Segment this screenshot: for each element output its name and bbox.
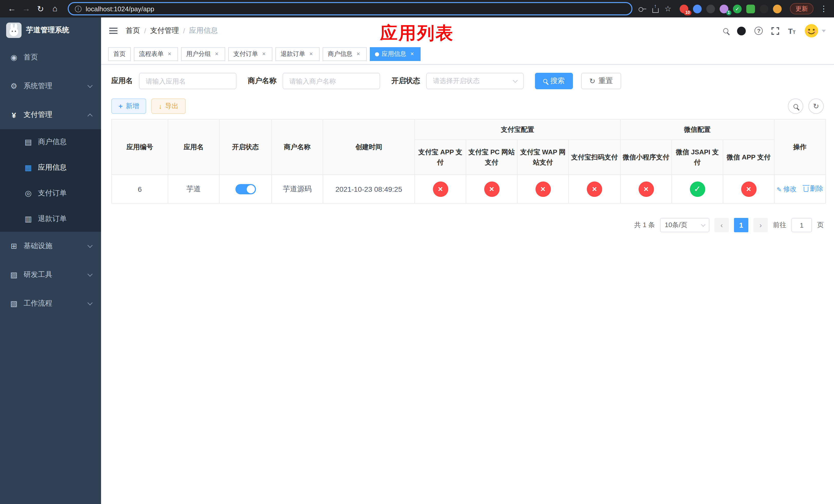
sidebar-item-label: 研发工具 bbox=[24, 270, 52, 279]
breadcrumb-payment[interactable]: 支付管理 bbox=[150, 26, 179, 36]
app-table: 应用编号 应用名 开启状态 商户名称 创建时间 支付宝配置 微信配置 操作 支付… bbox=[111, 119, 826, 204]
refresh-table-button[interactable] bbox=[808, 98, 824, 114]
app-name-label: 应用名 bbox=[111, 76, 133, 86]
sidebar-item-label: 工作流程 bbox=[24, 299, 52, 308]
col-header-alipay-pc: 支付宝 PC 网站支付 bbox=[466, 140, 517, 175]
extension-icon-8[interactable] bbox=[773, 4, 782, 13]
filter-form: 应用名 商户名称 开启状态 请选择开启状态 bbox=[111, 73, 824, 89]
tab-user-group[interactable]: 用户分组 bbox=[181, 47, 225, 61]
close-icon[interactable] bbox=[261, 51, 267, 58]
cell-alipay-pc bbox=[466, 175, 517, 203]
extension-icon-1[interactable]: 10 bbox=[680, 4, 688, 13]
tab-app-info[interactable]: 应用信息 bbox=[370, 47, 421, 61]
tab-home[interactable]: 首页 bbox=[108, 47, 131, 61]
breadcrumb-home[interactable]: 首页 bbox=[126, 26, 140, 36]
extension-icon-3[interactable] bbox=[706, 4, 715, 13]
cell-alipay-app bbox=[415, 175, 466, 203]
font-size-icon[interactable] bbox=[788, 26, 795, 35]
extensions-row: 10 1 ✓ bbox=[680, 4, 782, 13]
toggle-search-button[interactable] bbox=[788, 98, 803, 114]
sidebar-collapse-icon[interactable] bbox=[109, 30, 117, 31]
extension-icon-7[interactable] bbox=[760, 4, 768, 13]
goto-page-input[interactable] bbox=[791, 218, 812, 232]
search-icon bbox=[793, 104, 798, 109]
chevron-down-icon bbox=[87, 300, 93, 305]
extension-icon-5[interactable]: ✓ bbox=[733, 4, 742, 13]
bookmark-star-icon[interactable] bbox=[664, 4, 672, 13]
address-bar[interactable]: localhost:1024/pay/app bbox=[68, 2, 632, 15]
sidebar-item-payment[interactable]: 支付管理 bbox=[0, 100, 101, 129]
status-label: 开启状态 bbox=[391, 76, 420, 86]
reset-button[interactable]: 重置 bbox=[581, 73, 621, 89]
delete-link[interactable]: 删除 bbox=[804, 184, 823, 193]
search-icon bbox=[543, 79, 547, 83]
tab-merchant-info[interactable]: 商户信息 bbox=[323, 47, 367, 61]
prev-page-button[interactable]: ‹ bbox=[715, 218, 729, 232]
breadcrumb: 首页 支付管理 应用信息 bbox=[126, 26, 218, 36]
page-size-select[interactable]: 10条/页 bbox=[660, 218, 709, 232]
tab-refund-order[interactable]: 退款订单 bbox=[276, 47, 320, 61]
page-number-button[interactable]: 1 bbox=[734, 218, 748, 232]
next-page-button[interactable]: › bbox=[753, 218, 768, 232]
close-icon[interactable] bbox=[308, 51, 314, 58]
help-icon[interactable] bbox=[755, 27, 763, 35]
close-icon[interactable] bbox=[355, 51, 361, 58]
status-select[interactable]: 请选择开启状态 bbox=[426, 73, 524, 89]
sidebar-logo[interactable]: 芋道管理系统 bbox=[0, 18, 101, 43]
user-avatar[interactable] bbox=[804, 24, 826, 38]
close-icon[interactable] bbox=[166, 51, 173, 58]
edit-link[interactable]: 修改 bbox=[776, 185, 796, 194]
browser-home-icon[interactable] bbox=[48, 2, 62, 15]
close-icon[interactable] bbox=[409, 51, 415, 58]
export-button[interactable]: 导出 bbox=[151, 98, 185, 114]
browser-back-icon[interactable] bbox=[5, 2, 19, 15]
tab-pay-order[interactable]: 支付订单 bbox=[228, 47, 272, 61]
sidebar-item-home[interactable]: 首页 bbox=[0, 43, 101, 72]
sidebar-item-app-info[interactable]: 应用信息 bbox=[0, 155, 101, 181]
github-icon[interactable] bbox=[737, 26, 746, 35]
add-button[interactable]: 新增 bbox=[111, 98, 146, 114]
extension-icon-2[interactable] bbox=[693, 4, 702, 13]
sidebar-item-refund-order[interactable]: 退款订单 bbox=[0, 206, 101, 232]
chevron-down-icon bbox=[513, 78, 518, 83]
extension-badge: 10 bbox=[684, 10, 692, 15]
extension-icon-6[interactable] bbox=[746, 4, 755, 13]
share-icon[interactable] bbox=[652, 8, 658, 13]
yen-icon bbox=[9, 111, 19, 119]
sidebar-item-system[interactable]: 系统管理 bbox=[0, 72, 101, 100]
active-dot-icon bbox=[375, 52, 379, 56]
sidebar-item-infrastructure[interactable]: 基础设施 bbox=[0, 232, 101, 260]
search-icon[interactable] bbox=[723, 28, 729, 33]
close-icon[interactable] bbox=[213, 51, 220, 58]
col-header-created: 创建时间 bbox=[323, 119, 415, 175]
chevron-down-icon bbox=[87, 272, 93, 277]
sidebar-item-pay-order[interactable]: 支付订单 bbox=[0, 181, 101, 206]
chrome-update-button[interactable]: 更新 bbox=[790, 3, 813, 14]
password-key-icon[interactable] bbox=[638, 5, 646, 13]
sidebar-item-dev-tools[interactable]: 研发工具 bbox=[0, 260, 101, 289]
tab-label: 应用信息 bbox=[381, 50, 406, 59]
status-toggle[interactable] bbox=[235, 184, 256, 194]
cell-wx-app bbox=[723, 175, 774, 203]
browser-reload-icon[interactable] bbox=[34, 2, 47, 15]
extension-icon-4[interactable]: 1 bbox=[720, 4, 728, 13]
browser-menu-icon[interactable] bbox=[820, 4, 828, 13]
page-info-icon[interactable] bbox=[75, 5, 82, 12]
cell-actions: 修改 删除 bbox=[774, 175, 826, 203]
merchant-name-input[interactable] bbox=[283, 73, 380, 89]
top-navbar: 首页 支付管理 应用信息 bbox=[101, 18, 834, 44]
tab-process-form[interactable]: 流程表单 bbox=[134, 47, 178, 61]
trash-icon bbox=[804, 187, 808, 192]
chevron-down-icon bbox=[87, 243, 93, 248]
sidebar-item-workflow[interactable]: 工作流程 bbox=[0, 289, 101, 318]
refresh-icon bbox=[589, 77, 595, 85]
cell-wx-mini bbox=[620, 175, 672, 203]
sidebar-item-merchant-info[interactable]: 商户信息 bbox=[0, 129, 101, 155]
fullscreen-icon[interactable] bbox=[772, 27, 780, 35]
export-button-label: 导出 bbox=[165, 101, 178, 111]
app-name-input[interactable] bbox=[139, 73, 237, 89]
search-button[interactable]: 搜索 bbox=[535, 73, 573, 89]
browser-forward-icon[interactable] bbox=[20, 2, 33, 15]
sidebar-item-label: 应用信息 bbox=[38, 163, 67, 172]
screen: localhost:1024/pay/app 10 1 ✓ 更新 bbox=[0, 0, 834, 504]
